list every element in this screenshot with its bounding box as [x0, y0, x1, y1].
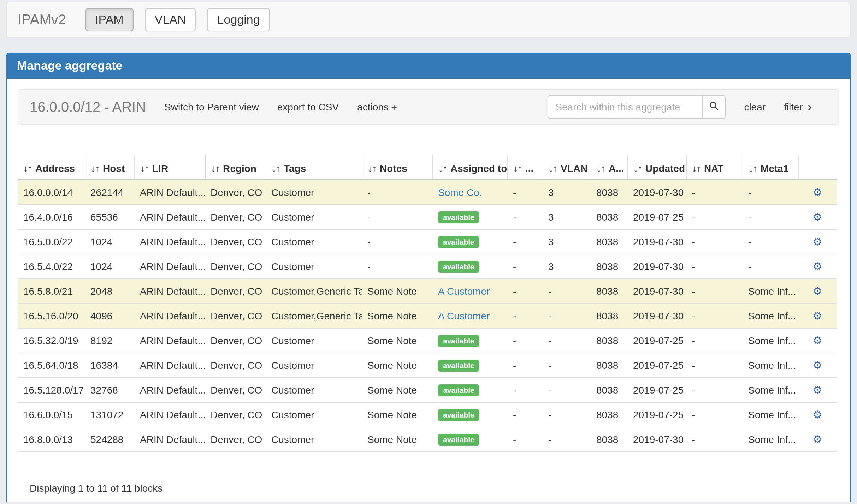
column-header[interactable]: ↓↑... [507, 155, 543, 180]
gear-icon[interactable]: ⚙ [813, 433, 822, 445]
search-tools: clear filter› [548, 95, 833, 119]
cell-host: 65536 [85, 205, 134, 229]
cell-address: 16.8.0.0/13 [18, 427, 85, 452]
cell-dots: - [507, 378, 543, 402]
cell-meta1: - [743, 254, 798, 279]
cell-vlan: - [543, 378, 591, 402]
column-header[interactable]: ↓↑VLAN [543, 155, 591, 180]
column-header[interactable]: ↓↑Meta1 [743, 155, 798, 180]
assigned-customer-link[interactable]: A Customer [438, 286, 490, 297]
cell-nat: - [686, 180, 743, 205]
gear-icon[interactable]: ⚙ [813, 359, 822, 371]
column-header[interactable]: ↓↑Region [205, 155, 266, 180]
column-label: Address [35, 163, 75, 174]
blocks-table: ↓↑Address↓↑Host↓↑LIR↓↑Region↓↑Tags↓↑Note… [18, 155, 837, 452]
cell-actions: ⚙ [798, 427, 837, 452]
cell-assigned: available [432, 229, 507, 254]
column-header[interactable]: ↓↑Updated [627, 155, 686, 180]
cell-nat: - [686, 378, 743, 402]
available-badge: available [438, 236, 479, 248]
cell-actions: ⚙ [798, 378, 837, 402]
app-brand: IPAMv2 [7, 12, 77, 28]
cell-meta1: Some Inf... [743, 378, 798, 402]
sort-icon: ↓↑ [633, 163, 642, 174]
assigned-customer-link[interactable]: A Customer [438, 310, 490, 322]
cell-region: Denver, CO [205, 328, 266, 353]
table-row: 16.6.0.0/15 131072 ARIN Default... Denve… [18, 402, 837, 427]
sort-icon: ↓↑ [91, 163, 99, 174]
cell-assigned: available [432, 353, 507, 378]
cell-assigned: available [432, 378, 507, 402]
gear-icon[interactable]: ⚙ [813, 384, 822, 396]
assigned-customer-link[interactable]: Some Co. [438, 187, 482, 198]
aggregate-title: 16.0.0.0/12 - ARIN [30, 99, 146, 115]
cell-nat: - [686, 427, 743, 452]
cell-vlan: - [543, 427, 591, 452]
cell-nat: - [686, 229, 743, 254]
sort-icon: ↓↑ [272, 163, 280, 174]
column-header[interactable]: ↓↑A... [591, 155, 627, 180]
cell-notes: Some Note [362, 304, 432, 328]
column-header[interactable]: ↓↑LIR [134, 155, 205, 180]
cell-region: Denver, CO [205, 427, 266, 452]
cell-dots: - [507, 180, 543, 205]
cell-host: 262144 [85, 180, 134, 205]
switch-parent-view-link[interactable]: Switch to Parent view [164, 101, 259, 113]
column-label: LIR [152, 163, 168, 174]
cell-host: 2048 [85, 279, 134, 304]
column-header[interactable]: ↓↑Address [18, 155, 85, 180]
sort-icon: ↓↑ [368, 163, 376, 174]
available-badge: available [438, 359, 479, 372]
nav-tab[interactable]: Logging [207, 8, 270, 31]
gear-icon[interactable]: ⚙ [813, 310, 822, 322]
cell-vlan: 3 [543, 229, 591, 254]
gear-icon[interactable]: ⚙ [813, 211, 822, 223]
search-input[interactable] [548, 95, 703, 119]
gear-icon[interactable]: ⚙ [813, 285, 822, 297]
gear-icon[interactable]: ⚙ [813, 260, 822, 272]
gear-icon[interactable]: ⚙ [813, 235, 822, 247]
column-header[interactable]: ↓↑Notes [362, 155, 432, 180]
export-csv-link[interactable]: export to CSV [277, 101, 339, 113]
info-suffix: blocks [132, 482, 162, 494]
cell-host: 524288 [85, 427, 134, 452]
cell-lir: ARIN Default... [134, 328, 205, 353]
nav-tab[interactable]: VLAN [145, 8, 196, 31]
cell-nat: - [686, 328, 743, 353]
cell-address: 16.5.4.0/22 [18, 254, 85, 279]
cell-a: 8038 [591, 328, 627, 353]
cell-updated: 2019-07-25 [627, 205, 686, 229]
column-header[interactable]: ↓↑NAT [686, 155, 743, 180]
search-button[interactable] [703, 95, 726, 119]
cell-notes: Some Note [362, 353, 432, 378]
column-header[interactable]: ↓↑Assigned to [432, 155, 507, 180]
cell-meta1: Some Inf... [743, 402, 798, 427]
chevron-right-icon: › [808, 101, 812, 113]
cell-lir: ARIN Default... [134, 304, 205, 328]
cell-a: 8038 [591, 304, 627, 328]
cell-actions: ⚙ [798, 353, 837, 378]
cell-assigned: A Customer [432, 279, 507, 304]
nav-tab[interactable]: IPAM [85, 8, 134, 31]
actions-menu-link[interactable]: actions + [357, 101, 397, 113]
cell-host: 1024 [85, 229, 134, 254]
gear-icon[interactable]: ⚙ [813, 334, 822, 346]
column-label: Tags [284, 163, 306, 174]
table-header-row: ↓↑Address↓↑Host↓↑LIR↓↑Region↓↑Tags↓↑Note… [18, 155, 837, 180]
cell-meta1: Some Inf... [743, 279, 798, 304]
cell-lir: ARIN Default... [134, 180, 205, 205]
cell-address: 16.5.64.0/18 [18, 353, 85, 378]
available-badge: available [438, 409, 479, 421]
cell-actions: ⚙ [798, 328, 837, 353]
cell-region: Denver, CO [205, 279, 266, 304]
cell-a: 8038 [591, 254, 627, 279]
column-header[interactable]: ↓↑Host [85, 155, 134, 180]
filter-link[interactable]: filter› [784, 101, 812, 113]
column-header[interactable]: ↓↑Tags [266, 155, 362, 180]
cell-notes: Some Note [362, 427, 432, 452]
cell-notes: - [362, 254, 432, 279]
gear-icon[interactable]: ⚙ [813, 186, 822, 198]
gear-icon[interactable]: ⚙ [813, 408, 822, 420]
cell-a: 8038 [591, 229, 627, 254]
clear-link[interactable]: clear [744, 101, 766, 113]
